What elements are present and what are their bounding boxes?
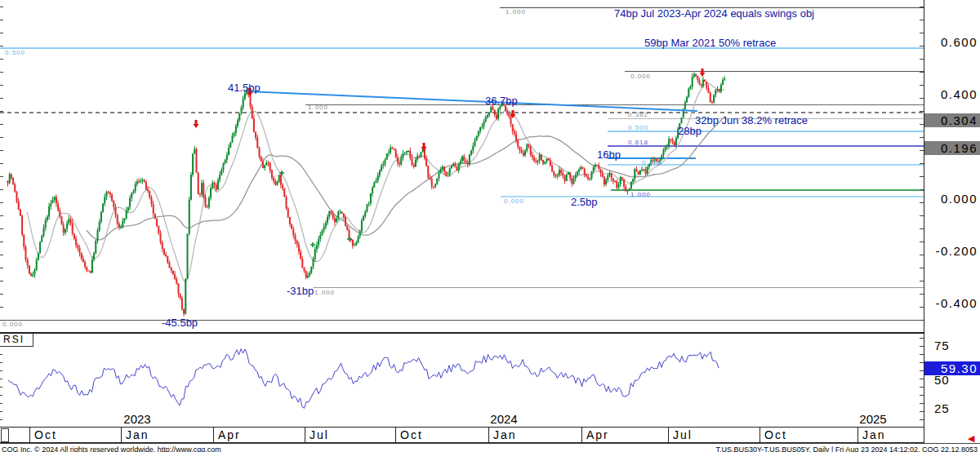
fib-label: 0.000 (630, 73, 651, 80)
fib-label: 1.000 (308, 104, 328, 111)
buy-plus-icon (279, 171, 284, 175)
price-chart-plot-area[interactable]: RSI 74bp Jul 2023-Apr 2024 equals swings… (0, 0, 924, 444)
quarter-tick (858, 428, 858, 442)
price-axis-badge: 0.304 (924, 113, 980, 127)
cqg-chart-window: RSI 74bp Jul 2023-Apr 2024 equals swings… (0, 0, 980, 452)
price-axis-label: -0.200 (935, 245, 978, 258)
low-mar2023: -45.5bp (162, 317, 198, 328)
fib-label: 1.000 (630, 192, 651, 198)
panel-divider[interactable] (0, 332, 924, 334)
fib-label: 0.786 (642, 160, 662, 166)
price-axis-badge: 0.196 (924, 141, 980, 155)
sell-arrow-icon (421, 143, 427, 151)
month-label: Jul (673, 429, 693, 441)
rsi-line (8, 349, 719, 409)
month-label: Oct (764, 429, 787, 441)
rsi-panel-label: RSI (0, 334, 33, 347)
price-axis-label: 0.400 (941, 88, 978, 101)
copyright-text: CQG Inc. © 2024 All rights reserved worl… (2, 445, 221, 452)
time-axis-box[interactable] (1, 428, 9, 442)
fib-label: 0.500 (628, 125, 648, 131)
month-label: Jan (493, 429, 517, 441)
price-axis[interactable]: 0.6000.4000.3040.1960.000-0.200-0.400755… (924, 0, 980, 444)
retrace-2021-note: 59bp Mar 2021 50% retrace (644, 38, 776, 48)
chart-canvas[interactable] (0, 0, 924, 444)
level-28bp: 28bp (678, 126, 702, 136)
retrace-382-note: 32bp Jun 38.2% retrace (695, 115, 808, 126)
rsi-axis-label: 75 (934, 339, 950, 352)
month-label: Jan (126, 429, 149, 441)
month-label: Oct (400, 429, 423, 441)
quarter-tick (305, 428, 305, 442)
high-2024: 36.7bp (485, 95, 518, 106)
month-label: Apr (218, 429, 241, 441)
status-bar: CQG Inc. © 2024 All rights reserved worl… (0, 443, 980, 452)
rsi-value-badge-text: 59.30 (941, 361, 980, 375)
fib-label: 0.618 (628, 140, 648, 146)
month-label: Apr (586, 429, 609, 441)
quarter-tick (488, 428, 489, 442)
swing-objective-note: 74bp Jul 2023-Apr 2024 equals swings obj (614, 8, 814, 19)
quarter-tick (760, 428, 760, 442)
price-axis-label: 0.600 (941, 36, 978, 49)
fib-label: 0.382 (628, 112, 648, 118)
quarter-tick (121, 428, 122, 442)
buy-plus-icon (310, 242, 315, 247)
quarter-tick (213, 428, 214, 442)
fib-label: 1.000 (506, 9, 526, 16)
moving-average-slow (87, 117, 724, 240)
high-apr2023: 41.5bp (228, 82, 261, 93)
month-label: Oct (34, 429, 57, 441)
quarter-tick (29, 428, 30, 442)
quarter-tick (668, 428, 669, 442)
rsi-axis-label: 25 (934, 402, 950, 415)
fib-label: 0.000 (504, 198, 524, 205)
low-jul2023: -31bp (287, 286, 314, 296)
low-jun2024: 2.5bp (571, 197, 598, 207)
price-axis-label: 0.000 (941, 193, 978, 206)
quarter-tick (581, 428, 582, 442)
quarter-tick (395, 428, 396, 442)
price-axis-label: -0.400 (935, 297, 978, 310)
candles (7, 72, 726, 317)
time-axis[interactable]: OctJanAprJulOctJanAprJulOctJan (0, 427, 924, 443)
fib-label: 1.000 (314, 290, 335, 296)
year-label: 2024 (490, 413, 517, 425)
fib-label: 0.500 (5, 50, 25, 56)
price-axis-badge-value: 0.196 (941, 141, 980, 155)
level-16bp: 16bp (597, 149, 621, 160)
symbol-session-info: T.US.BUS30Y-T.US.BUS05Y, Daily | Fri Aug… (715, 445, 978, 452)
rsi-axis-label: 50 (934, 374, 950, 387)
sell-arrow-icon (700, 69, 706, 77)
rsi-value-badge: 59.30 (924, 361, 980, 375)
price-axis-badge-value: 0.304 (941, 113, 980, 127)
year-label: 2023 (123, 413, 150, 425)
year-label: 2025 (859, 413, 886, 425)
fib-label: 0.000 (2, 321, 23, 328)
month-label: Jan (862, 429, 886, 441)
month-label: Jul (310, 429, 329, 441)
sell-arrow-icon (194, 120, 199, 128)
rsi-label-text: RSI (3, 334, 24, 345)
